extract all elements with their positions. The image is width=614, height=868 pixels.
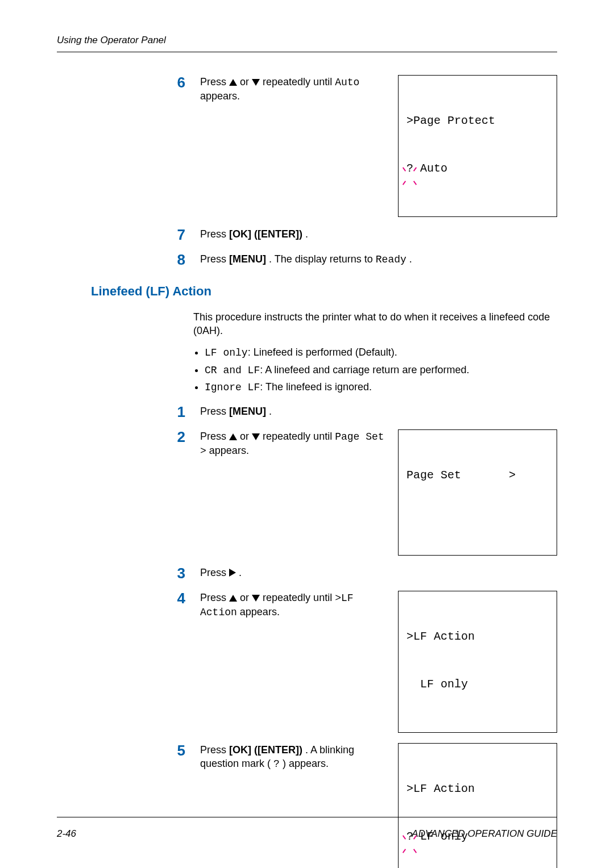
text: . — [409, 253, 412, 265]
mono-text: Auto — [335, 77, 359, 88]
text: : Linefeed is performed (Default). — [248, 347, 397, 358]
step-text: Press [OK] ([ENTER]) . A blinking questi… — [200, 743, 388, 771]
mono-text: LF only — [205, 347, 248, 358]
section-heading: Linefeed (LF) Action — [91, 283, 557, 300]
text: : The linefeed is ignored. — [260, 381, 372, 393]
text: Press — [200, 592, 229, 603]
text: . — [305, 228, 308, 240]
text: repeatedly until — [263, 592, 335, 603]
section-intro: This procedure instructs the printer wha… — [193, 310, 557, 338]
list-item: Ignore LF: The linefeed is ignored. — [205, 380, 557, 394]
mono-text: Ready — [376, 254, 406, 265]
step-text: Press [MENU] . The display returns to Re… — [200, 252, 557, 266]
section-step-2: 2 Press or repeatedly until Page Set > a… — [171, 429, 557, 556]
bold-text: [OK] ([ENTER]) — [229, 228, 302, 240]
text: appears. — [200, 90, 240, 102]
step-number: 5 — [171, 743, 185, 758]
text: Press — [200, 431, 229, 442]
up-arrow-icon — [229, 595, 237, 602]
step-6: 6 Press or repeatedly until Auto appears… — [171, 75, 557, 217]
step-text: Press [OK] ([ENTER]) . — [200, 227, 557, 241]
display-lf-action: >LF Action LF only — [398, 591, 557, 733]
down-arrow-icon — [252, 79, 260, 86]
display-line: >LF Action — [406, 781, 549, 797]
text: Press — [200, 76, 229, 87]
text: Press — [200, 253, 229, 265]
step-number: 2 — [171, 429, 185, 444]
running-header: Using the Operator Panel — [57, 34, 557, 47]
text: Press — [200, 567, 229, 578]
display-page-set: Page Set > — [398, 429, 557, 556]
footer: 2-46 ADVANCED OPERATION GUIDE — [57, 828, 557, 841]
display-line: Page Set > — [406, 468, 549, 483]
text: Press — [200, 406, 229, 417]
text: Press — [200, 744, 229, 756]
step-text: Press or repeatedly until Page Set > app… — [200, 429, 388, 458]
text: . — [239, 567, 242, 578]
mono-text: CR and LF — [205, 365, 260, 376]
mono-text: Ignore LF — [205, 382, 260, 393]
bold-text: [OK] ([ENTER]) — [229, 744, 302, 756]
step-text: Press or repeatedly until >LF Action app… — [200, 591, 388, 620]
section-step-5: 5 Press [OK] ([ENTER]) . A blinking ques… — [171, 743, 557, 868]
step-number: 3 — [171, 566, 185, 581]
step-number: 4 — [171, 591, 185, 606]
list-item: LF only: Linefeed is performed (Default)… — [205, 345, 557, 360]
section-step-4: 4 Press or repeatedly until >LF Action a… — [171, 591, 557, 733]
down-arrow-icon — [252, 595, 260, 602]
step-number: 6 — [171, 75, 185, 90]
right-arrow-icon — [229, 569, 236, 577]
page: Using the Operator Panel 6 Press or repe… — [0, 0, 614, 868]
display-line: >Page Protect — [406, 113, 549, 129]
display-page-protect: >Page Protect ? Auto — [398, 75, 557, 217]
step-number: 8 — [171, 252, 185, 267]
text: . — [269, 406, 272, 417]
mono-text: ? — [273, 758, 280, 770]
page-number: 2-46 — [57, 828, 76, 841]
text: or — [240, 76, 252, 87]
text: repeatedly until — [263, 76, 335, 87]
display-line: LF only — [406, 677, 549, 692]
footer-title: ADVANCED OPERATION GUIDE — [412, 828, 557, 841]
list-item: CR and LF: A linefeed and carriage retur… — [205, 363, 557, 377]
display-lf-action-blink: >LF Action ? LF only — [398, 743, 557, 868]
divider-bottom — [57, 817, 557, 817]
text: appears. — [240, 606, 280, 617]
up-arrow-icon — [229, 433, 237, 440]
text: . The display returns to — [269, 253, 376, 265]
text: or — [240, 431, 252, 442]
text: appears. — [209, 445, 249, 456]
step-text: Press or repeatedly until Auto appears. — [200, 75, 388, 103]
step-number: 7 — [171, 227, 185, 242]
text: repeatedly until — [263, 431, 335, 442]
text: or — [240, 592, 252, 603]
text: ) appears. — [283, 758, 329, 769]
step-text: Press [MENU] . — [200, 404, 557, 418]
text: Press — [200, 228, 229, 240]
display-line: >LF Action — [406, 629, 549, 645]
section-step-1: 1 Press [MENU] . — [171, 404, 557, 419]
bold-text: [MENU] — [229, 253, 266, 265]
step-number: 1 — [171, 404, 185, 419]
step-7: 7 Press [OK] ([ENTER]) . — [171, 227, 557, 242]
display-line: ? Auto — [406, 161, 549, 177]
divider-top — [57, 52, 557, 52]
down-arrow-icon — [252, 433, 260, 440]
bold-text: [MENU] — [229, 406, 266, 417]
text: : A linefeed and carriage return are per… — [260, 364, 469, 375]
up-arrow-icon — [229, 79, 237, 86]
step-8: 8 Press [MENU] . The display returns to … — [171, 252, 557, 267]
display-line-text: ? Auto — [406, 162, 447, 175]
step-text: Press . — [200, 566, 557, 579]
section-step-3: 3 Press . — [171, 566, 557, 581]
option-list: LF only: Linefeed is performed (Default)… — [193, 345, 557, 394]
